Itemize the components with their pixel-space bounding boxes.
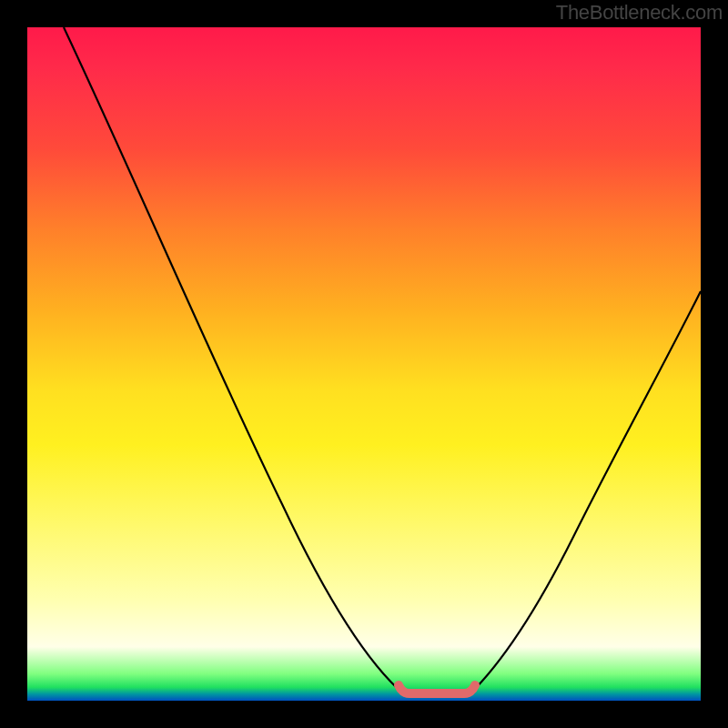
left-curve xyxy=(64,27,405,695)
watermark: TheBottleneck.com xyxy=(556,1,723,25)
right-curve xyxy=(469,291,701,695)
bottom-pink-segment xyxy=(399,685,475,693)
plot-area xyxy=(27,27,701,701)
plot-svg xyxy=(27,27,701,701)
